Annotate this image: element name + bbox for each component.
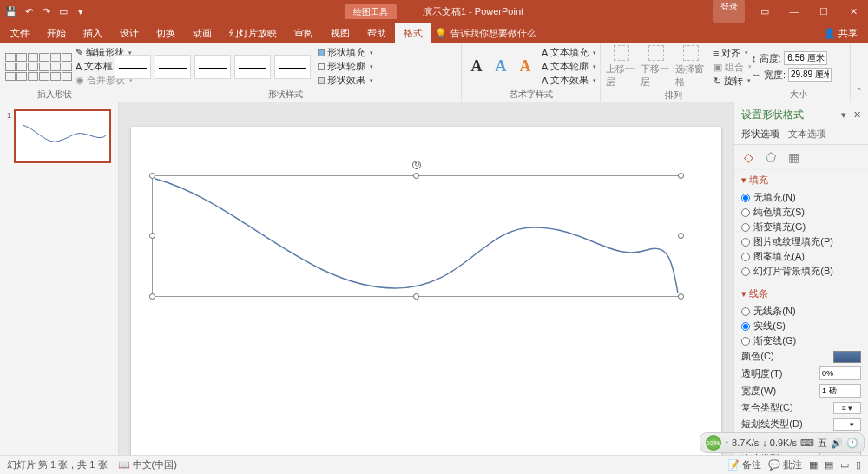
undo-icon[interactable]: ↶ — [23, 5, 35, 17]
rotation-handle[interactable] — [412, 161, 421, 169]
tab-file[interactable]: 文件 — [2, 23, 38, 43]
minimize-icon[interactable]: — — [779, 0, 809, 23]
view-sorter-icon[interactable]: ▤ — [825, 459, 833, 471]
tab-insert[interactable]: 插入 — [75, 23, 111, 43]
collapse-ribbon-button[interactable]: ˄ — [851, 43, 868, 102]
tab-review[interactable]: 审阅 — [286, 23, 322, 43]
width-input[interactable] — [788, 68, 832, 82]
thumbnail-pane[interactable]: 1 — [0, 102, 119, 455]
selpane-label: 选择窗格 — [675, 63, 707, 89]
tray-badge[interactable]: 62% — [706, 435, 721, 451]
tab-help[interactable]: 帮助 — [358, 23, 395, 43]
redo-icon[interactable]: ↷ — [40, 5, 52, 17]
shape-style-gallery[interactable] — [115, 55, 311, 79]
line-gradient[interactable]: 渐变线(G) — [741, 333, 861, 348]
text-effects-button[interactable]: A文本效果 — [542, 74, 596, 87]
chevron-down-icon-2[interactable]: ▾ — [741, 288, 746, 300]
shape-gallery[interactable] — [5, 53, 72, 81]
group-insert-shape: ✎编辑形状 A文本框 ◉合并形状 插入形状 — [0, 43, 109, 102]
effects-icon — [318, 77, 325, 84]
tell-me[interactable]: 💡 告诉我你想要做什么 — [435, 23, 536, 43]
handle-bl[interactable] — [149, 293, 155, 300]
close-icon[interactable]: ✕ — [838, 0, 868, 23]
tab-shape-options[interactable]: 形状选项 — [741, 128, 779, 141]
view-normal-icon[interactable]: ▦ — [809, 459, 818, 471]
fill-icon — [318, 49, 325, 56]
save-icon[interactable]: 💾 — [5, 5, 17, 17]
tab-format[interactable]: 格式 — [395, 23, 431, 43]
shape-outline-button[interactable]: 形状轮廓 — [318, 60, 373, 73]
text-outline-button[interactable]: A文本轮廓 — [542, 60, 596, 73]
send-backward-button[interactable]: 下移一层 — [641, 45, 672, 89]
tab-animations[interactable]: 动画 — [184, 23, 220, 43]
compound-picker[interactable]: ≡ ▾ — [833, 402, 861, 414]
height-input[interactable] — [784, 51, 827, 65]
shape-effects-button[interactable]: 形状效果 — [318, 74, 373, 87]
effects-icon-tab[interactable]: ⬠ — [764, 150, 778, 164]
fill-none[interactable]: 无填充(N) — [741, 190, 861, 205]
ribbon-options-icon[interactable]: ▭ — [750, 0, 779, 23]
handle-br[interactable] — [678, 293, 684, 300]
chevron-down-icon[interactable]: ▾ — [741, 174, 746, 186]
slideshow-icon[interactable]: ▭ — [57, 5, 69, 17]
shape-fill-button[interactable]: 形状填充 — [318, 46, 373, 59]
tab-transitions[interactable]: 切换 — [148, 23, 184, 43]
tray-sound-icon[interactable]: 🔊 — [831, 438, 843, 449]
slide-canvas[interactable] — [119, 102, 733, 455]
fill-header: 填充 — [749, 174, 768, 187]
tray-time-icon[interactable]: 🕐 — [846, 438, 858, 449]
bring-forward-button[interactable]: 上移一层 — [606, 45, 637, 89]
line-solid[interactable]: 实线(S) — [741, 319, 861, 333]
fill-picture[interactable]: 图片或纹理填充(P) — [741, 234, 861, 249]
group-label-shape-styles: 形状样式 — [115, 88, 456, 102]
view-slideshow-icon[interactable]: ▯ — [856, 459, 861, 471]
slide-thumbnail-1[interactable]: 1 — [14, 109, 111, 163]
notes-button[interactable]: 📝 备注 — [727, 458, 761, 471]
line-none[interactable]: 无线条(N) — [741, 304, 861, 319]
tab-slideshow[interactable]: 幻灯片放映 — [220, 23, 286, 43]
handle-tr[interactable] — [678, 173, 684, 179]
fill-slidebg[interactable]: 幻灯片背景填充(B) — [741, 264, 861, 279]
lang-indicator[interactable]: 📖 中文(中国) — [118, 458, 177, 471]
tab-view[interactable]: 视图 — [322, 23, 358, 43]
fill-solid[interactable]: 纯色填充(S) — [741, 205, 861, 220]
maximize-icon[interactable]: ☐ — [809, 0, 838, 23]
size-props-icon[interactable]: ▦ — [786, 150, 800, 164]
group-button[interactable]: ▣组合 — [713, 61, 752, 74]
fill-section: ▾填充 无填充(N) 纯色填充(S) 渐变填充(G) 图片或纹理填充(P) 图案… — [734, 170, 868, 284]
trans-input[interactable] — [819, 366, 861, 380]
handle-mr[interactable] — [678, 233, 684, 239]
width-prop-input[interactable] — [819, 384, 861, 398]
login-button[interactable]: 登录 — [713, 0, 745, 23]
dash-picker[interactable]: — ▾ — [833, 418, 861, 431]
handle-tl[interactable] — [149, 173, 155, 179]
wordart-gallery[interactable]: A A A — [467, 57, 535, 76]
fill-gradient[interactable]: 渐变填充(G) — [741, 220, 861, 234]
text-fill-button[interactable]: A文本填充 — [542, 46, 596, 59]
tab-design[interactable]: 设计 — [111, 23, 148, 43]
selection-pane-button[interactable]: 选择窗格 — [675, 45, 707, 89]
color-swatch[interactable] — [833, 351, 861, 363]
qat-more-icon[interactable]: ▾ — [75, 5, 87, 17]
tray-input-icon[interactable]: 五 — [818, 437, 827, 450]
slide[interactable] — [131, 127, 721, 455]
selection-box[interactable] — [152, 175, 681, 297]
group-size: ↕ 高度: ↔ 宽度: 大小 — [746, 43, 851, 102]
panel-close-icon[interactable]: ✕ — [853, 109, 861, 121]
tray-ime-icon[interactable]: ⌨ — [800, 438, 814, 449]
line-section: ▾线条 无线条(N) 实线(S) 渐变线(G) 颜色(C) 透明度(T) 宽度(… — [734, 284, 868, 455]
handle-bc[interactable] — [413, 293, 419, 300]
view-reading-icon[interactable]: ▭ — [840, 459, 849, 471]
share-button[interactable]: 👤 共享 — [815, 23, 866, 43]
fill-line-icon[interactable]: ◇ — [741, 150, 755, 164]
handle-ml[interactable] — [149, 233, 155, 239]
group-label-wordart: 艺术字样式 — [467, 88, 595, 102]
fill-pattern[interactable]: 图案填充(A) — [741, 249, 861, 264]
handle-tc[interactable] — [413, 173, 419, 179]
tab-text-options[interactable]: 文本选项 — [788, 128, 826, 141]
tab-home[interactable]: 开始 — [38, 23, 75, 43]
text-effects-label: 文本效果 — [550, 74, 589, 87]
panel-options-icon[interactable]: ▾ — [841, 109, 846, 121]
status-bar: 幻灯片 第 1 张，共 1 张 📖 中文(中国) 📝 备注 💬 批注 ▦ ▤ ▭… — [0, 455, 868, 474]
comments-button[interactable]: 💬 批注 — [768, 458, 802, 471]
